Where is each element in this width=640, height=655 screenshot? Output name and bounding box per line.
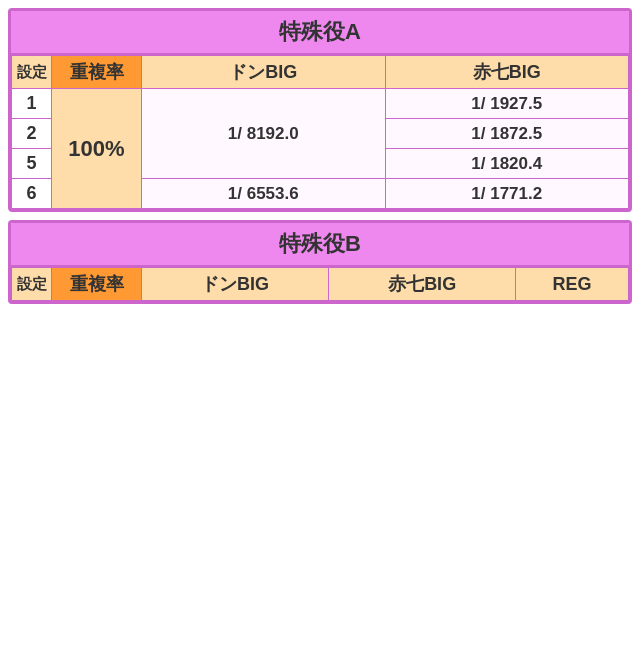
- header-reg-b: REG: [516, 268, 629, 301]
- akanabig-cell: 1/ 1872.5: [385, 119, 629, 149]
- table-row: 1 100% 1/ 8192.0 1/ 1927.5: [12, 89, 629, 119]
- header-fukuritsu-b: 重複率: [52, 268, 142, 301]
- fukuritsu-cell: 100%: [52, 89, 142, 209]
- header-donbig-b: ドンBIG: [142, 268, 329, 301]
- section-a-title: 特殊役A: [11, 11, 629, 55]
- settei-cell: 5: [12, 149, 52, 179]
- akanabig-cell: 1/ 1927.5: [385, 89, 629, 119]
- header-akanabig-a: 赤七BIG: [385, 56, 629, 89]
- section-b: 特殊役B 設定 重複率 ドンBIG 赤七BIG REG: [8, 220, 632, 304]
- akanabig-cell: 1/ 1771.2: [385, 179, 629, 209]
- header-akanabig-b: 赤七BIG: [329, 268, 516, 301]
- settei-cell: 2: [12, 119, 52, 149]
- donbig-cell: 1/ 8192.0: [142, 89, 386, 179]
- settei-cell: 6: [12, 179, 52, 209]
- header-fukuritsu-a: 重複率: [52, 56, 142, 89]
- settei-cell: 1: [12, 89, 52, 119]
- header-settei-a: 設定: [12, 56, 52, 89]
- section-a-table: 設定 重複率 ドンBIG 赤七BIG 1 100% 1/ 8192.0 1/ 1…: [11, 55, 629, 209]
- donbig-cell: 1/ 6553.6: [142, 179, 386, 209]
- akanabig-cell: 1/ 1820.4: [385, 149, 629, 179]
- section-a: 特殊役A 設定 重複率 ドンBIG 赤七BIG 1 100% 1/ 8192.0…: [8, 8, 632, 212]
- section-b-table: 設定 重複率 ドンBIG 赤七BIG REG: [11, 267, 629, 301]
- header-settei-b: 設定: [12, 268, 52, 301]
- section-b-title: 特殊役B: [11, 223, 629, 267]
- header-donbig-a: ドンBIG: [142, 56, 386, 89]
